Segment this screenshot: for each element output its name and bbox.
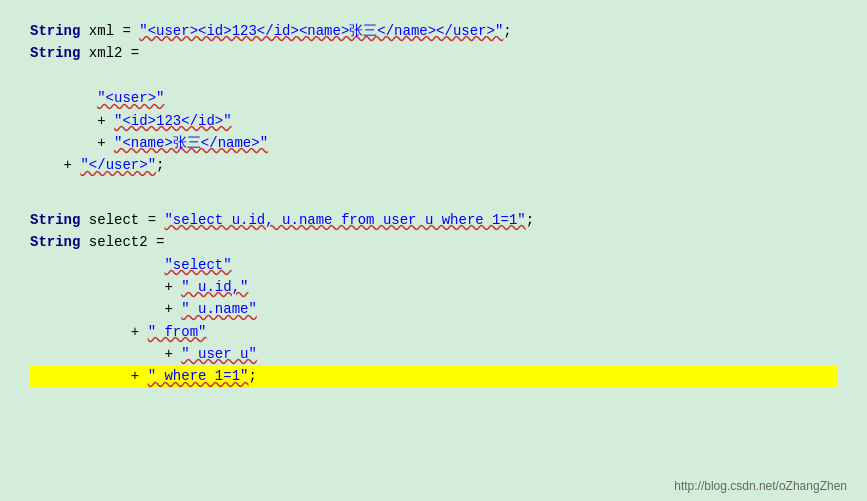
var-select2: select2	[80, 234, 147, 250]
semi-2: ;	[156, 157, 164, 173]
str-uname: " u.name"	[181, 301, 257, 317]
var-xml: xml	[80, 23, 114, 39]
keyword-string-4: String	[30, 234, 80, 250]
code-line-4: + "<id>123</id>"	[30, 110, 837, 132]
str-uid: " u.id,"	[181, 279, 248, 295]
eq-1: =	[114, 23, 139, 39]
code-line-5: + "<name>张三</name>"	[30, 132, 837, 154]
code-line-6: + "</user>";	[30, 154, 837, 176]
str-xml1: "<user><id>123</id><name>张三</name></user…	[139, 23, 503, 39]
spacer-1	[30, 177, 837, 193]
code-line-14: + " where 1=1";	[30, 365, 837, 387]
keyword-string-2: String	[30, 45, 80, 61]
str-select-kw: "select"	[164, 257, 231, 273]
var-xml2: xml2	[80, 45, 122, 61]
code-line-7: String select = "select u.id, u.name fro…	[30, 209, 837, 231]
str-name: "<name>张三</name>"	[114, 135, 268, 151]
eq-2: =	[122, 45, 139, 61]
code-line-1: String xml = "<user><id>123</id><name>张三…	[30, 20, 837, 42]
code-line-11: + " u.name"	[30, 298, 837, 320]
code-line-2: String xml2 =	[30, 42, 837, 64]
code-line-blank1	[30, 65, 837, 87]
code-line-8: String select2 =	[30, 231, 837, 253]
str-user-u: " user u"	[181, 346, 257, 362]
watermark: http://blog.csdn.net/oZhangZhen	[674, 479, 847, 493]
code-line-13: + " user u"	[30, 343, 837, 365]
eq-4: =	[148, 234, 165, 250]
code-line-3: "<user>"	[30, 87, 837, 109]
code-line-10: + " u.id,"	[30, 276, 837, 298]
semi-4: ;	[248, 368, 256, 384]
code-line-9: "select"	[30, 254, 837, 276]
semi-1: ;	[503, 23, 511, 39]
keyword-string-3: String	[30, 212, 80, 228]
str-user-open: "<user>"	[97, 90, 164, 106]
spacer-2	[30, 193, 837, 209]
str-where: " where 1=1"	[148, 368, 249, 384]
eq-3: =	[139, 212, 164, 228]
semi-3: ;	[526, 212, 534, 228]
str-from: " from"	[148, 324, 207, 340]
str-select1: "select u.id, u.name from user u where 1…	[164, 212, 525, 228]
code-area: String xml = "<user><id>123</id><name>张三…	[0, 0, 867, 501]
str-user-close: "</user>"	[80, 157, 156, 173]
var-select: select	[80, 212, 139, 228]
str-id: "<id>123</id>"	[114, 113, 232, 129]
code-line-12: + " from"	[30, 321, 837, 343]
keyword-string-1: String	[30, 23, 80, 39]
